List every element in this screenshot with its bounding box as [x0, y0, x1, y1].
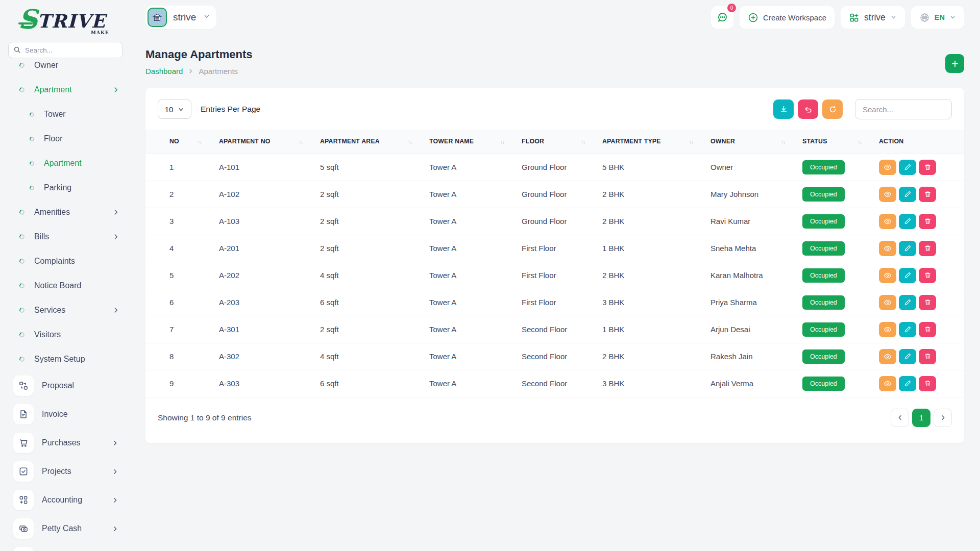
sort-icon[interactable]: ↑↓ [500, 139, 504, 145]
col-header-tower-name[interactable]: TOWER NAME↑↓ [417, 130, 509, 154]
delete-button[interactable] [919, 187, 936, 202]
edit-button[interactable] [899, 322, 916, 337]
pagination-next-button[interactable] [934, 409, 952, 427]
edit-button[interactable] [899, 241, 916, 256]
view-button[interactable] [879, 241, 896, 256]
main-content: Manage Apartments Dashboard Apartments 1… [131, 48, 980, 443]
edit-button[interactable] [899, 268, 916, 283]
sidebar-item-partial[interactable] [8, 543, 122, 551]
col-header-apartment-area[interactable]: APARTMENT AREA↑↓ [308, 130, 417, 154]
pagination-page-1[interactable]: 1 [912, 409, 930, 427]
edit-button[interactable] [899, 349, 916, 364]
sidebar-item-apartment-sub[interactable]: Apartment [8, 151, 122, 176]
table-search-input[interactable] [855, 99, 952, 119]
sort-icon[interactable]: ↑↓ [781, 139, 785, 145]
chevron-right-icon [112, 440, 118, 446]
sort-icon[interactable]: ↑↓ [581, 139, 585, 145]
sort-icon[interactable]: ↑↓ [857, 139, 862, 145]
cell-no: 6 [145, 289, 207, 316]
sidebar-item-apartment[interactable]: Apartment [8, 78, 122, 102]
sidebar-item-projects[interactable]: Projects [8, 457, 122, 486]
trash-icon [924, 325, 932, 333]
workspace-select[interactable]: strive [841, 6, 905, 29]
sidebar-search-input[interactable] [8, 42, 122, 58]
col-header-owner[interactable]: OWNER↑↓ [698, 130, 790, 154]
edit-button[interactable] [899, 187, 916, 202]
sidebar-item-parking[interactable]: Parking [8, 176, 122, 200]
sort-icon[interactable]: ↑↓ [198, 139, 202, 145]
view-button[interactable] [879, 160, 896, 175]
sidebar-item-petty-cash[interactable]: Petty Cash [8, 514, 122, 543]
export-button[interactable] [773, 99, 794, 119]
edit-button[interactable] [899, 295, 916, 310]
col-header-apartment-no[interactable]: APARTMENT NO↑↓ [207, 130, 308, 154]
workspace-chip[interactable]: strive [145, 6, 216, 29]
view-button[interactable] [879, 376, 896, 391]
sidebar-item-owner[interactable]: Owner [8, 59, 122, 78]
sidebar-item-complaints[interactable]: Complaints [8, 249, 122, 273]
view-button[interactable] [879, 349, 896, 364]
language-select[interactable]: EN [911, 6, 964, 29]
create-workspace-button[interactable]: Create Workspace [740, 6, 835, 29]
cell-floor: First Floor [509, 289, 590, 316]
cell-apartment-no: A-101 [207, 154, 308, 181]
pagination-prev-button[interactable] [891, 409, 909, 427]
sidebar-item-bills[interactable]: Bills [8, 224, 122, 249]
page-title: Manage Apartments [145, 48, 252, 61]
cell-status: Occupied [790, 208, 867, 235]
cell-status: Occupied [790, 289, 867, 316]
col-header-apartment-type[interactable]: APARTMENT TYPE↑↓ [590, 130, 698, 154]
sort-icon[interactable]: ↑↓ [689, 139, 693, 145]
sidebar-item-tower[interactable]: Tower [8, 102, 122, 127]
sidebar-item-proposal[interactable]: Proposal [8, 371, 122, 400]
strive-logo-icon: S TRIVE MAKE [18, 6, 113, 37]
view-button[interactable] [879, 295, 896, 310]
cell-apartment-area: 4 sqft [308, 343, 417, 370]
delete-button[interactable] [919, 214, 936, 229]
view-button[interactable] [879, 322, 896, 337]
sidebar-item-invoice[interactable]: Invoice [8, 400, 122, 429]
view-button[interactable] [879, 268, 896, 283]
sidebar-item-amenities[interactable]: Amenities [8, 200, 122, 224]
refresh-button[interactable] [822, 99, 843, 119]
delete-button[interactable] [919, 376, 936, 391]
edit-button[interactable] [899, 214, 916, 229]
delete-button[interactable] [919, 322, 936, 337]
col-header-status[interactable]: STATUS↑↓ [790, 130, 867, 154]
sidebar-item-purchases[interactable]: Purchases [8, 429, 122, 457]
sidebar-item-services[interactable]: Services [8, 298, 122, 322]
cell-status: Occupied [790, 154, 867, 181]
sort-icon[interactable]: ↑↓ [299, 139, 303, 145]
sidebar-item-accounting[interactable]: Accounting [8, 486, 122, 514]
cell-no: 4 [145, 235, 207, 262]
view-button[interactable] [879, 187, 896, 202]
sidebar-item-floor[interactable]: Floor [8, 127, 122, 151]
trash-icon [924, 163, 932, 171]
search-icon [13, 46, 21, 56]
col-header-no[interactable]: NO↑↓ [145, 130, 207, 154]
sidebar-item-system-setup[interactable]: System Setup [8, 347, 122, 371]
view-button[interactable] [879, 214, 896, 229]
edit-button[interactable] [899, 376, 916, 391]
donut-icon [18, 282, 25, 289]
edit-button[interactable] [899, 160, 916, 175]
delete-button[interactable] [919, 295, 936, 310]
sidebar-item-visitors[interactable]: Visitors [8, 322, 122, 347]
apartments-card: 10 Entries Per Page [145, 88, 964, 443]
col-header-floor[interactable]: FLOOR↑↓ [509, 130, 590, 154]
chat-button[interactable]: 0 [711, 6, 733, 29]
reset-button[interactable] [798, 99, 818, 119]
entries-per-page-select[interactable]: 10 [158, 99, 191, 119]
delete-button[interactable] [919, 349, 936, 364]
pagination: 1 [891, 409, 952, 427]
delete-button[interactable] [919, 241, 936, 256]
sidebar-item-notice-board[interactable]: Notice Board [8, 273, 122, 298]
table-row: 4A-2012 sqftTower AFirst Floor1 BHKSneha… [145, 235, 964, 262]
add-apartment-button[interactable] [945, 54, 964, 73]
breadcrumb-dashboard-link[interactable]: Dashboard [145, 67, 183, 76]
cell-tower-name: Tower A [417, 370, 509, 397]
donut-icon [29, 160, 35, 166]
delete-button[interactable] [919, 268, 936, 283]
delete-button[interactable] [919, 160, 936, 175]
sort-icon[interactable]: ↑↓ [408, 139, 412, 145]
